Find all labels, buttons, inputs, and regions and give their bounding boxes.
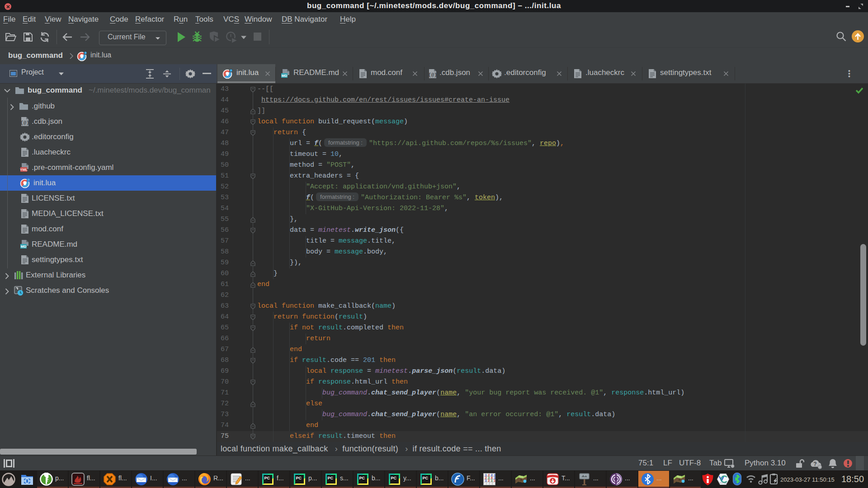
svg-text:VeraCrypt: VeraCrypt [720,482,726,484]
svg-text:PC: PC [423,476,429,480]
svg-text:1: 1 [485,479,487,482]
svg-text:{@}: {@} [428,72,437,78]
svg-text:PC: PC [359,476,365,480]
svg-text:MD: MD [21,244,27,249]
svg-text:1: 1 [491,479,493,482]
svg-text:PC: PC [264,476,270,480]
svg-text:2: 2 [488,479,490,482]
svg-text:{@}: {@} [20,120,29,126]
svg-text:PC: PC [296,476,302,480]
svg-text:PC: PC [391,476,397,480]
svg-text:PC: PC [328,476,334,480]
svg-text:MD: MD [282,74,288,78]
svg-text:?: ? [813,461,816,467]
svg-text:YML: YML [20,168,28,172]
svg-text:1: 1 [494,479,495,482]
